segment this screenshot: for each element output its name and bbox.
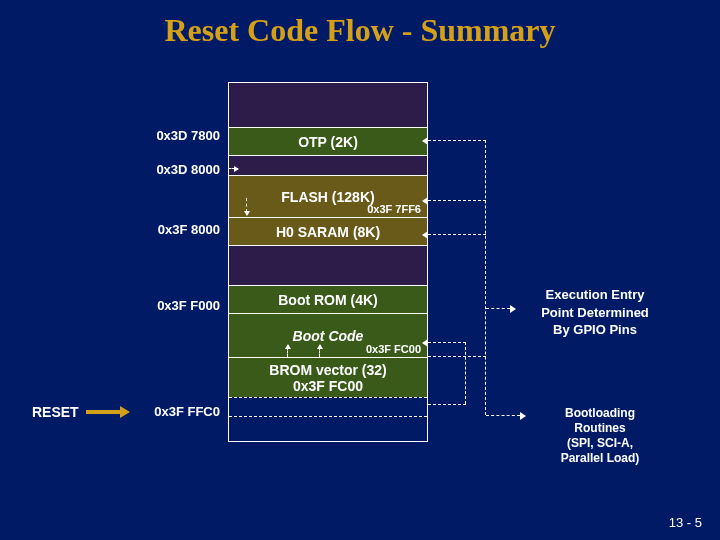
addr-gap2: 0x3D 8000: [120, 162, 220, 177]
block-bootrom: Boot ROM (4K): [229, 285, 427, 313]
flash-end-addr: 0x3F 7FF6: [367, 203, 421, 215]
block-h0saram: H0 SARAM (8K): [229, 217, 427, 245]
conn-brom-out: [428, 404, 466, 405]
addr-h0saram: 0x3F 8000: [120, 222, 220, 237]
exec-entry-l1: Execution Entry: [510, 286, 680, 304]
bootloading-text: Bootloading Routines (SPI, SCI-A, Parall…: [520, 406, 680, 466]
conn-hub-vertical: [485, 140, 486, 415]
flash-inner-arrow-icon: [246, 198, 247, 212]
exec-entry-l3: By GPIO Pins: [510, 321, 680, 339]
conn-brom-up: [465, 342, 466, 404]
block-otp: OTP (2K): [229, 127, 427, 155]
conn-to-flash-arrow-icon: [428, 200, 486, 201]
addr-bootrom: 0x3F F000: [120, 298, 220, 313]
bootloading-l2: Routines: [520, 421, 680, 436]
conn-to-bootload-arrow-icon: [486, 415, 520, 416]
reset-label: RESET: [32, 404, 79, 420]
block-bottom-dashed: [229, 397, 427, 441]
bromvec-l1: BROM vector (32): [229, 362, 427, 378]
bootloading-l4: Parallel Load): [520, 451, 680, 466]
conn-to-otp-arrow-icon: [428, 140, 486, 141]
memory-map: OTP (2K) FLASH (128K) 0x3F 7FF6 H0 SARAM…: [228, 82, 428, 442]
bootcode-label: Boot Code: [229, 328, 427, 344]
bootloading-l1: Bootloading: [520, 406, 680, 421]
conn-boot-out: [428, 356, 486, 357]
otp-left-arrow-icon: [228, 168, 238, 169]
slide-number: 13 - 5: [669, 515, 702, 530]
exec-entry-text: Execution Entry Point Determined By GPIO…: [510, 286, 680, 339]
block-bootcode: Boot Code 0x3F FC00: [229, 313, 427, 357]
reset-arrow-icon: [86, 410, 122, 414]
bootcode-addr: 0x3F FC00: [366, 343, 421, 355]
bootloading-l3: (SPI, SCI-A,: [520, 436, 680, 451]
conn-to-h0-arrow-icon: [428, 234, 486, 235]
conn-to-exec-arrow-icon: [486, 308, 510, 309]
addr-otp: 0x3D 7800: [120, 128, 220, 143]
conn-brom-in-arrow-icon: [428, 342, 466, 343]
block-flash: FLASH (128K) 0x3F 7FF6: [229, 175, 427, 217]
block-gap2: [229, 155, 427, 175]
block-gap-top: [229, 83, 427, 127]
block-gap3: [229, 245, 427, 285]
block-bromvec: BROM vector (32) 0x3F FC00: [229, 357, 427, 397]
addr-bromvec: 0x3F FFC0: [120, 404, 220, 419]
page-title: Reset Code Flow - Summary: [0, 0, 720, 49]
exec-entry-l2: Point Determined: [510, 304, 680, 322]
bromvec-l2: 0x3F FC00: [229, 378, 427, 394]
